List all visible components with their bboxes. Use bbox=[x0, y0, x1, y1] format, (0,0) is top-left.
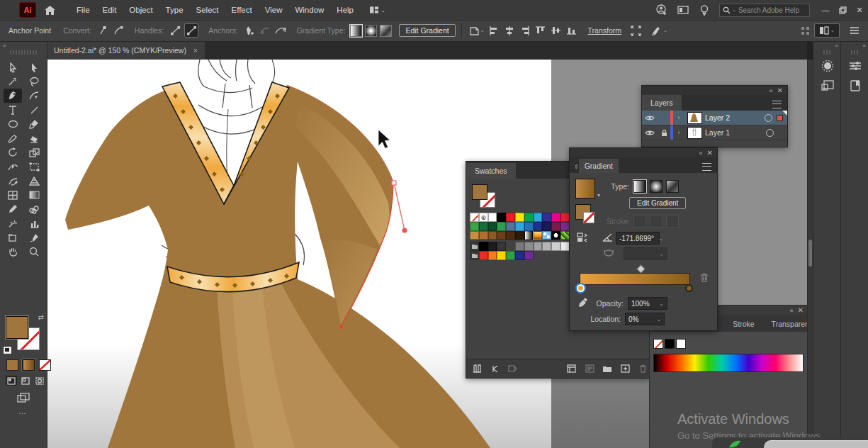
bottom-popup-light[interactable] bbox=[764, 440, 868, 448]
swatch[interactable] bbox=[470, 251, 479, 260]
layer-thumbnail[interactable] bbox=[687, 127, 702, 139]
tool-type[interactable] bbox=[4, 103, 22, 117]
tool-scale[interactable] bbox=[25, 145, 43, 159]
gradient-annotator[interactable] bbox=[392, 181, 407, 233]
swatch[interactable] bbox=[560, 222, 570, 231]
swatch[interactable] bbox=[488, 222, 497, 231]
swatch[interactable] bbox=[497, 213, 506, 222]
delete-swatch-icon[interactable] bbox=[636, 363, 650, 374]
color-none-swatch[interactable] bbox=[653, 339, 663, 349]
color-black-swatch[interactable] bbox=[665, 339, 675, 349]
tool-column-graph[interactable] bbox=[25, 216, 43, 230]
tab-stroke[interactable]: Stroke bbox=[724, 316, 762, 332]
visibility-eye-icon[interactable] bbox=[642, 115, 658, 121]
swatch[interactable] bbox=[524, 242, 534, 251]
swatch[interactable] bbox=[479, 231, 488, 240]
tool-rotate[interactable] bbox=[4, 145, 22, 159]
lightbulb-icon[interactable] bbox=[697, 3, 712, 17]
anchor-point[interactable] bbox=[339, 325, 343, 329]
adjustments-sliders-icon[interactable] bbox=[846, 57, 864, 74]
layers-collapse-icon[interactable]: « bbox=[770, 87, 773, 94]
show-swatch-kinds-icon[interactable] bbox=[565, 363, 578, 374]
document-tab[interactable]: Untitled-2.ai* @ 150 % (CMYK/Preview) × bbox=[47, 41, 205, 60]
tool-ellipse[interactable] bbox=[4, 117, 22, 131]
tool-magic-wand[interactable] bbox=[4, 74, 22, 89]
tool-pen[interactable] bbox=[4, 89, 22, 103]
swatch[interactable] bbox=[479, 251, 488, 260]
tool-direct-selection[interactable] bbox=[25, 60, 43, 74]
tool-curvature[interactable] bbox=[25, 89, 43, 103]
tab-layers[interactable]: Layers bbox=[642, 95, 682, 111]
opacity-input[interactable]: 100%⌄ bbox=[628, 297, 667, 310]
touch-grid-icon[interactable] bbox=[799, 24, 811, 37]
free-transform-icon[interactable] bbox=[629, 24, 642, 37]
swatch[interactable] bbox=[506, 222, 515, 231]
default-fill-stroke-icon[interactable] bbox=[3, 346, 12, 354]
swatch[interactable] bbox=[479, 222, 488, 231]
document-setup-icon[interactable]: ⌄ bbox=[469, 24, 485, 37]
fill-swatch[interactable] bbox=[6, 316, 28, 339]
lock-icon[interactable] bbox=[658, 129, 670, 137]
help-search-input[interactable]: ⌄ Search Adobe Help bbox=[719, 4, 810, 17]
layer-row-2[interactable]: › Layer 2 bbox=[642, 111, 787, 125]
align-top-icon[interactable] bbox=[534, 24, 547, 37]
tool-width[interactable] bbox=[4, 159, 22, 174]
swatch[interactable] bbox=[470, 231, 479, 240]
layer-name[interactable]: Layer 2 bbox=[705, 113, 730, 122]
color-mode-button[interactable] bbox=[6, 359, 18, 371]
align-middle-icon[interactable] bbox=[550, 24, 563, 37]
swatch[interactable] bbox=[515, 231, 524, 240]
align-bottom-icon[interactable] bbox=[565, 24, 578, 37]
swatch[interactable] bbox=[524, 231, 534, 240]
gradient-close-icon[interactable]: ✕ bbox=[707, 149, 713, 157]
cut-path-icon[interactable] bbox=[274, 24, 287, 37]
menu-window[interactable]: Window bbox=[288, 0, 330, 20]
swatch[interactable] bbox=[542, 242, 551, 251]
workspace-switcher-icon[interactable]: ⌄ bbox=[814, 23, 840, 38]
swatch[interactable] bbox=[551, 213, 560, 222]
arrange-documents-icon[interactable]: ⌄ bbox=[370, 3, 385, 17]
none-mode-button[interactable] bbox=[39, 359, 51, 371]
align-center-icon[interactable] bbox=[503, 24, 516, 37]
swatch[interactable] bbox=[542, 222, 551, 231]
gradient-mode-button[interactable] bbox=[23, 359, 35, 371]
toolbar-more-button[interactable]: … bbox=[18, 407, 28, 415]
swatch[interactable] bbox=[534, 242, 543, 251]
swatch-libraries-icon[interactable] bbox=[470, 363, 484, 374]
delete-stop-icon[interactable] bbox=[700, 273, 709, 284]
swatch[interactable] bbox=[488, 251, 497, 260]
swatch[interactable] bbox=[515, 242, 524, 251]
toolbar-grip[interactable] bbox=[10, 50, 37, 55]
minimize-button[interactable]: — bbox=[817, 0, 834, 20]
transform-link[interactable]: Transform bbox=[588, 26, 621, 35]
layer-thumbnail[interactable] bbox=[687, 112, 702, 124]
swatches-fill-stroke-indicator[interactable] bbox=[472, 184, 496, 208]
tab-gradient[interactable]: Gradient bbox=[579, 159, 619, 173]
tool-hand[interactable] bbox=[4, 245, 22, 259]
color-white-swatch[interactable] bbox=[676, 339, 686, 349]
new-color-group-icon[interactable] bbox=[601, 363, 614, 374]
library-panel-icon[interactable] bbox=[488, 363, 502, 374]
swatch[interactable]: ⊕ bbox=[479, 213, 488, 222]
tool-paintbrush[interactable] bbox=[25, 117, 43, 131]
gradient-fill-swatch[interactable] bbox=[575, 179, 595, 198]
swatch[interactable] bbox=[560, 242, 570, 251]
gradient-menu-icon[interactable] bbox=[702, 163, 711, 171]
account-icon[interactable] bbox=[654, 3, 670, 17]
libraries-icon[interactable] bbox=[846, 77, 864, 94]
tab-swatches[interactable]: Swatches bbox=[466, 163, 516, 179]
gradient-linear-button[interactable] bbox=[633, 180, 646, 193]
gradient-freeform-button[interactable] bbox=[666, 180, 679, 193]
panel-menu-icon[interactable] bbox=[848, 24, 861, 37]
convert-smooth-icon[interactable] bbox=[112, 24, 125, 37]
swatch[interactable] bbox=[524, 251, 534, 260]
color-spectrum-bar[interactable] bbox=[653, 354, 804, 372]
tool-perspective-grid[interactable] bbox=[25, 174, 43, 188]
tool-shape-builder[interactable] bbox=[4, 174, 22, 188]
aspect-ratio-input[interactable]: ⌄ bbox=[624, 247, 667, 260]
tool-free-transform[interactable] bbox=[25, 159, 43, 174]
swatch[interactable] bbox=[488, 242, 497, 251]
swatch[interactable] bbox=[470, 213, 479, 222]
annotator-end-handle[interactable] bbox=[402, 228, 407, 233]
tool-eraser[interactable] bbox=[25, 131, 43, 145]
